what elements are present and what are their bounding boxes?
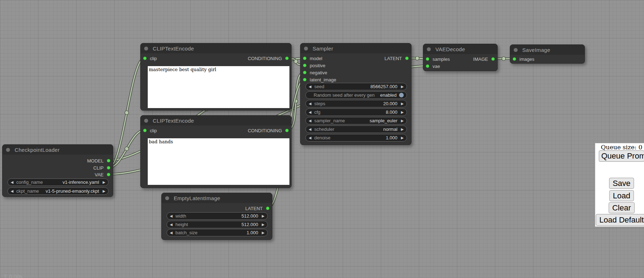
decrement-arrow-icon[interactable]: ◀ (309, 136, 311, 140)
input-port-dot[interactable] (513, 57, 516, 61)
widget-config-name[interactable]: ◀ config_name v1-inference.yaml ▶ (7, 178, 109, 186)
input-port-dot[interactable] (143, 129, 147, 132)
input-port-dot[interactable] (303, 57, 307, 60)
input-port-samples[interactable]: samples (426, 55, 450, 63)
node-empty-latent-image[interactable]: EmptyLatentImage LATENT ◀ width 512.000 … (161, 193, 272, 240)
output-port-latent[interactable]: LATENT (384, 55, 409, 62)
widget-random-seed-toggle[interactable]: Random seed after every gen enabled (305, 91, 407, 99)
node-title-bar[interactable]: VAEDecode (423, 44, 497, 54)
widget-value: 8.000 (386, 109, 398, 115)
widget-steps[interactable]: ◀ steps 20.000 ▶ (305, 100, 407, 107)
node-title-bar[interactable]: EmptyLatentImage (162, 193, 272, 203)
output-port-dot[interactable] (266, 207, 269, 210)
increment-arrow-icon[interactable]: ▶ (262, 231, 265, 235)
output-port-clip[interactable]: CLIP (93, 164, 110, 171)
prompt-textarea[interactable]: bad hands (148, 138, 289, 185)
output-port-conditioning[interactable]: CONDITIONING (248, 55, 289, 62)
input-port-clip[interactable]: clip (143, 55, 157, 62)
decrement-arrow-icon[interactable]: ◀ (11, 181, 14, 184)
queue-prompt-button[interactable]: Queue Prompt (599, 150, 644, 162)
output-port-conditioning[interactable]: CONDITIONING (248, 127, 289, 134)
output-port-dot[interactable] (107, 166, 110, 170)
increment-arrow-icon[interactable]: ▶ (401, 119, 404, 123)
save-button[interactable]: Save (609, 178, 634, 189)
node-collapse-dot[interactable] (165, 196, 169, 200)
widget-scheduler[interactable]: ◀ scheduler normal ▶ (305, 125, 407, 133)
widget-batch-size[interactable]: ◀ batch_size 1.000 ▶ (167, 229, 268, 236)
input-port-dot[interactable] (143, 57, 147, 60)
output-port-dot[interactable] (107, 159, 110, 162)
widget-width[interactable]: ◀ width 512.000 ▶ (167, 212, 268, 220)
decrement-arrow-icon[interactable]: ◀ (309, 119, 311, 123)
node-title-bar[interactable]: CLIPTextEncode (141, 116, 291, 125)
node-title-bar[interactable]: Sampler (300, 43, 411, 53)
increment-arrow-icon[interactable]: ▶ (401, 85, 404, 89)
decrement-arrow-icon[interactable]: ◀ (309, 85, 311, 89)
node-title-bar[interactable]: CLIPTextEncode (141, 43, 291, 53)
decrement-arrow-icon[interactable]: ◀ (170, 214, 173, 218)
node-clip-text-encode-positive[interactable]: CLIPTextEncode clip CONDITIONING masterp… (140, 43, 292, 111)
output-port-dot[interactable] (405, 57, 409, 60)
output-port-dot[interactable] (107, 173, 110, 176)
increment-arrow-icon[interactable]: ▶ (262, 214, 265, 218)
widget-denoise[interactable]: ◀ denoise 1.000 ▶ (305, 134, 407, 141)
output-port-image[interactable]: IMAGE (473, 55, 495, 63)
increment-arrow-icon[interactable]: ▶ (103, 189, 105, 193)
input-port-dot[interactable] (426, 64, 429, 68)
node-collapse-dot[interactable] (6, 148, 10, 152)
output-port-dot[interactable] (491, 57, 495, 61)
widget-height[interactable]: ◀ height 512.000 ▶ (167, 221, 268, 228)
decrement-arrow-icon[interactable]: ◀ (309, 111, 311, 114)
widget-ckpt-name[interactable]: ◀ ckpt_name v1-5-pruned-emaonly.ckpt ▶ (7, 187, 109, 195)
load-default-button[interactable]: Load Default (596, 214, 644, 226)
input-port-model[interactable]: model (303, 55, 322, 62)
input-port-positive[interactable]: positive (303, 62, 325, 69)
decrement-arrow-icon[interactable]: ◀ (170, 231, 173, 235)
input-port-latent-image[interactable]: latent_image (303, 76, 336, 83)
node-collapse-dot[interactable] (144, 119, 148, 123)
comfy-menu-panel: Queue size: 0 Queue Prompt Save Load Cle… (595, 143, 644, 227)
widget-sampler-name[interactable]: ◀ sampler_name sample_euler ▶ (305, 117, 407, 124)
input-port-vae[interactable]: vae (426, 63, 440, 70)
node-title-bar[interactable]: CheckpointLoader (2, 145, 113, 155)
node-checkpoint-loader[interactable]: CheckpointLoader MODEL CLIP VAE ◀ config… (2, 144, 113, 197)
node-clip-text-encode-negative[interactable]: CLIPTextEncode clip CONDITIONING bad han… (140, 115, 292, 188)
input-port-dot[interactable] (426, 57, 429, 61)
input-port-dot[interactable] (303, 64, 307, 67)
output-port-dot[interactable] (285, 129, 289, 132)
input-port-clip[interactable]: clip (143, 127, 157, 134)
output-port-model[interactable]: MODEL (87, 157, 110, 164)
node-sampler[interactable]: Sampler model positive negative latent_i… (300, 43, 412, 145)
load-button[interactable]: Load (609, 190, 634, 201)
node-title-bar[interactable]: SaveImage (510, 45, 585, 55)
input-port-dot[interactable] (303, 78, 307, 81)
toggle-dot[interactable] (399, 93, 404, 97)
increment-arrow-icon[interactable]: ▶ (401, 111, 404, 114)
node-collapse-dot[interactable] (144, 47, 148, 50)
node-collapse-dot[interactable] (514, 48, 518, 52)
decrement-arrow-icon[interactable]: ◀ (170, 223, 173, 226)
output-port-dot[interactable] (285, 57, 289, 60)
decrement-arrow-icon[interactable]: ◀ (309, 128, 311, 131)
input-port-negative[interactable]: negative (303, 69, 327, 76)
decrement-arrow-icon[interactable]: ◀ (11, 189, 14, 193)
increment-arrow-icon[interactable]: ▶ (103, 181, 105, 184)
prompt-textarea[interactable]: masterpiece best quality girl (148, 66, 289, 108)
widget-seed[interactable]: ◀ seed 8566257.000 ▶ (305, 83, 407, 90)
node-collapse-dot[interactable] (304, 47, 308, 50)
node-collapse-dot[interactable] (427, 47, 431, 51)
output-port-vae[interactable]: VAE (95, 171, 110, 178)
input-port-dot[interactable] (303, 71, 307, 74)
decrement-arrow-icon[interactable]: ◀ (309, 102, 311, 106)
node-save-image[interactable]: SaveImage images (510, 44, 585, 64)
increment-arrow-icon[interactable]: ▶ (401, 128, 404, 131)
increment-arrow-icon[interactable]: ▶ (401, 136, 404, 140)
widget-label: denoise (314, 135, 386, 140)
input-port-images[interactable]: images (513, 55, 534, 63)
clear-button[interactable]: Clear (609, 202, 635, 213)
increment-arrow-icon[interactable]: ▶ (401, 102, 404, 106)
node-vae-decode[interactable]: VAEDecode samples vae IMAGE (423, 44, 498, 71)
increment-arrow-icon[interactable]: ▶ (262, 223, 265, 226)
widget-cfg[interactable]: ◀ cfg 8.000 ▶ (305, 108, 407, 116)
output-port-latent[interactable]: LATENT (245, 205, 269, 212)
